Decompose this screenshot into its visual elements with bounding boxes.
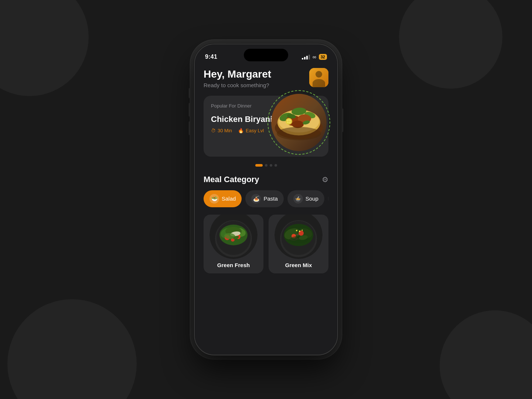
pasta-icon: 🍝	[251, 194, 261, 204]
featured-card[interactable]: Popular For Dinner Chicken Biryani ⏱ 30 …	[204, 96, 328, 157]
carousel-dots	[204, 164, 328, 167]
header: Hey, Margaret Ready to cook something?	[204, 68, 328, 88]
phone-frame: 9:41 ∞ 32 Hey, Margaret	[194, 44, 338, 355]
soup-icon: 🍲	[293, 194, 303, 204]
meal-category-title: Meal Category	[204, 175, 259, 184]
avatar[interactable]	[309, 68, 328, 87]
svg-point-15	[277, 127, 321, 140]
filter-icon[interactable]: ⚙	[322, 175, 328, 184]
dynamic-island	[244, 49, 288, 61]
link-icon: ∞	[313, 54, 316, 60]
timer-icon: ⏱	[211, 128, 216, 133]
svg-point-8	[292, 120, 304, 128]
greeting-section: Hey, Margaret Ready to cook something?	[204, 68, 271, 88]
food-card-green-fresh[interactable]: Green Fresh	[204, 215, 263, 273]
cook-time-value: 30 Min	[218, 128, 232, 133]
green-fresh-image	[209, 215, 258, 259]
svg-point-39	[299, 231, 300, 232]
category-soup[interactable]: 🍲 Soup	[287, 190, 324, 207]
category-pizza[interactable]: 🍕 Pizza	[328, 190, 328, 207]
flame-icon: 🔥	[238, 128, 244, 133]
green-mix-image	[274, 215, 323, 259]
svg-point-41	[302, 229, 303, 231]
soup-label: Soup	[306, 195, 318, 202]
status-time: 9:41	[205, 54, 217, 60]
cook-time: ⏱ 30 Min	[211, 128, 232, 133]
carousel-dot-3[interactable]	[270, 164, 272, 167]
food-bowl	[271, 94, 327, 151]
battery-indicator: 32	[319, 54, 327, 60]
salad-label: Salad	[222, 195, 236, 202]
category-pasta[interactable]: 🍝 Pasta	[245, 190, 283, 207]
greeting-name: Hey, Margaret	[204, 68, 271, 81]
green-fresh-name: Green Fresh	[217, 262, 250, 268]
food-card-green-mix[interactable]: Green Mix	[269, 215, 328, 273]
category-pills: 🥗 Salad 🍝 Pasta 🍲 Soup 🍕 Pizza	[204, 190, 328, 207]
signal-icon	[302, 55, 310, 59]
difficulty: 🔥 Easy Lvl	[238, 128, 264, 133]
carousel-dot-4[interactable]	[274, 164, 277, 167]
phone-screen: 9:41 ∞ 32 Hey, Margaret	[195, 44, 337, 355]
pasta-label: Pasta	[263, 195, 277, 202]
salad-icon: 🥗	[209, 194, 219, 204]
green-mix-name: Green Mix	[285, 262, 312, 268]
carousel-dot-1[interactable]	[255, 164, 263, 167]
volume-down-button[interactable]	[189, 121, 191, 135]
food-grid: Green Fresh	[204, 215, 328, 273]
biryani-illustration	[271, 94, 327, 151]
silent-button[interactable]	[189, 88, 191, 98]
meal-category-header: Meal Category ⚙	[204, 175, 328, 184]
greeting-subtitle: Ready to cook something?	[204, 82, 271, 88]
category-salad[interactable]: 🥗 Salad	[204, 190, 242, 207]
food-image	[266, 88, 332, 157]
phone-mockup: 9:41 ∞ 32 Hey, Margaret	[194, 44, 338, 355]
status-icons: ∞ 32	[302, 54, 327, 60]
difficulty-value: Easy Lvl	[246, 128, 264, 133]
carousel-dot-2[interactable]	[265, 164, 267, 167]
volume-up-button[interactable]	[189, 103, 191, 117]
power-button[interactable]	[341, 108, 343, 132]
svg-point-40	[296, 230, 297, 231]
app-content: Hey, Margaret Ready to cook something? P…	[195, 64, 337, 355]
